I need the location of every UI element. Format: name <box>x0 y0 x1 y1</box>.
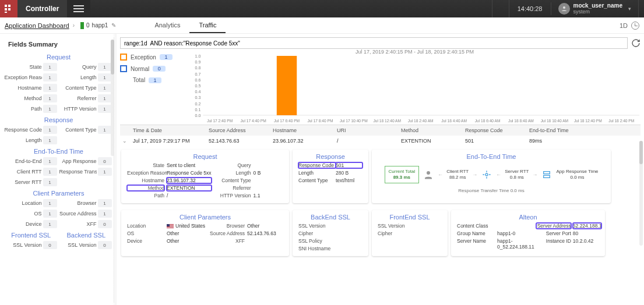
kv-key-highlight: Response Code <box>298 162 336 168</box>
fs-badge[interactable]: 1 <box>43 94 57 102</box>
kv-key: Path <box>127 193 164 198</box>
svg-text:0.4: 0.4 <box>195 90 201 94</box>
fs-badge[interactable]: 1 <box>43 157 57 165</box>
svg-text:0.9: 0.9 <box>195 60 201 64</box>
chart-caption: Jul 17, 2019 2:40:15 PM - Jul 18, 2019 2… <box>189 49 641 55</box>
fs-badge[interactable]: 1 <box>98 168 112 176</box>
fs-badge[interactable]: 1 <box>43 220 57 228</box>
legend-swatch-exception[interactable] <box>120 54 127 61</box>
fs-badge[interactable]: 1 <box>43 73 57 81</box>
svg-point-33 <box>485 173 488 176</box>
topbar-slot-1[interactable] <box>492 0 509 17</box>
kv-key: Cipher <box>298 230 345 236</box>
ete-server-rtt: Server RTT0.8 ms <box>505 169 529 180</box>
traffic-chart[interactable]: Jul 17, 2019 2:40:15 PM - Jul 18, 2019 2… <box>189 51 641 123</box>
time-range-label[interactable]: 1D <box>620 22 628 29</box>
fs-badge[interactable]: 1 <box>98 63 112 71</box>
fs-badge[interactable]: 1 <box>98 210 112 218</box>
table-row[interactable]: ⌄ Jul 17, 2019 7:29:17 PM 52.143.76.63 2… <box>120 136 641 146</box>
user-menu[interactable]: mock_user_name system ▾ <box>551 2 639 15</box>
svg-text:Jul 18 8:40 AM: Jul 18 8:40 AM <box>508 119 534 123</box>
svg-point-5 <box>563 6 565 9</box>
kv-key: Location <box>127 223 164 229</box>
fs-badge[interactable]: 0 <box>98 241 112 249</box>
sidebar-scrollbar[interactable] <box>111 40 114 156</box>
svg-text:0.5: 0.5 <box>195 84 201 88</box>
fs-badge[interactable]: 1 <box>43 63 57 71</box>
fs-badge[interactable]: 1 <box>43 178 57 186</box>
kv-key: Length <box>298 170 336 176</box>
kv-key: Content Class <box>457 223 495 229</box>
fs-badge[interactable]: 1 <box>43 199 57 207</box>
edit-icon[interactable]: ✎ <box>111 22 116 29</box>
fs-badge[interactable]: 1 <box>43 136 57 144</box>
kv-key: HTTP Version <box>214 193 251 198</box>
kv-key: Group Name <box>457 230 495 236</box>
svg-text:0.2: 0.2 <box>195 102 201 106</box>
fs-badge[interactable]: 1 <box>43 210 57 218</box>
svg-text:Jul 18 6:40 AM: Jul 18 6:40 AM <box>475 119 501 123</box>
svg-text:1.0: 1.0 <box>195 54 201 58</box>
fs-badge[interactable]: 1 <box>98 126 112 134</box>
fs-label: Path <box>5 105 42 113</box>
kv-key: Server Name <box>457 238 495 250</box>
fs-label: Length <box>59 73 97 81</box>
content-pane: Exception1 Normal0 Total1 Jul 17, 2019 2… <box>117 34 644 305</box>
tab-traffic[interactable]: Traffic <box>189 17 226 33</box>
kv-key: SSL Version <box>378 223 424 229</box>
fs-badge[interactable]: 1 <box>43 105 57 113</box>
svg-text:Jul 18 2:40 PM: Jul 18 2:40 PM <box>608 119 634 123</box>
clock-icon[interactable] <box>631 22 639 30</box>
card-title: Alteon <box>457 214 599 221</box>
card-request: Request StateSent to client Query Except… <box>121 150 289 203</box>
fs-badge[interactable]: 0 <box>98 157 112 165</box>
fs-badge[interactable]: 1 <box>98 73 112 81</box>
fs-badge[interactable]: 1 <box>98 199 112 207</box>
refresh-icon[interactable] <box>631 38 641 48</box>
fs-badge[interactable]: 1 <box>43 126 57 134</box>
chevron-right-icon: › <box>73 22 75 29</box>
kv-key: Device <box>127 238 164 244</box>
fs-badge[interactable]: 1 <box>98 105 112 113</box>
flag-icon <box>167 224 174 229</box>
menu-toggle[interactable] <box>67 0 90 17</box>
fs-label: Hostname <box>5 84 42 92</box>
th-uri[interactable]: URI <box>335 125 399 136</box>
th-time[interactable]: Time & Date <box>131 125 206 136</box>
fs-label: OS <box>5 210 42 218</box>
subheader: Application Dashboard › 0 happ1 ✎ Analyt… <box>0 17 644 34</box>
table-header: Time & Date Source Address Hostname URI … <box>120 125 641 136</box>
svg-text:Jul 18 10:40 AM: Jul 18 10:40 AM <box>541 119 568 123</box>
search-input[interactable] <box>120 37 628 49</box>
legend-count: 1 <box>160 54 173 60</box>
th-method[interactable]: Method <box>399 125 463 136</box>
card-ete: End-To-End Time Current Total89.3 ms ← C… <box>372 150 611 203</box>
card-backend-ssl: BackEnd SSL SSL Version Cipher SSL Polic… <box>293 210 368 256</box>
fs-badge[interactable]: 1 <box>98 84 112 92</box>
row-expand-icon[interactable]: ⌄ <box>120 136 131 146</box>
topbar-slot-2[interactable] <box>638 0 644 17</box>
fs-label: Query <box>59 63 97 71</box>
kv-val <box>247 238 283 244</box>
tab-analytics[interactable]: Analytics <box>145 17 189 33</box>
th-hn[interactable]: Hostname <box>270 125 335 136</box>
th-rc[interactable]: Response Code <box>463 125 527 136</box>
fs-badge[interactable]: 1 <box>98 94 112 102</box>
legend-swatch-normal[interactable] <box>120 65 127 72</box>
kv-key: XFF <box>207 238 245 244</box>
fs-badge[interactable]: 1 <box>43 168 57 176</box>
th-ete[interactable]: End-to-End Time <box>527 125 585 136</box>
fs-label: Location <box>5 199 42 207</box>
fs-badge[interactable]: 0 <box>98 220 112 228</box>
fs-badge[interactable]: 0 <box>43 241 57 249</box>
kv-val: 280 B <box>336 170 363 176</box>
fs-badge[interactable]: 1 <box>43 84 57 92</box>
app-count: 0 <box>86 22 90 29</box>
breadcrumb[interactable]: Application Dashboard <box>5 22 69 29</box>
kv-val: 10.2.0.42 <box>573 238 602 250</box>
fs-label: Browser <box>59 199 97 207</box>
th-sa[interactable]: Source Address <box>206 125 270 136</box>
user-name: mock_user_name <box>573 2 623 9</box>
svg-rect-0 <box>5 5 7 7</box>
content-scrollbar[interactable] <box>639 141 643 246</box>
